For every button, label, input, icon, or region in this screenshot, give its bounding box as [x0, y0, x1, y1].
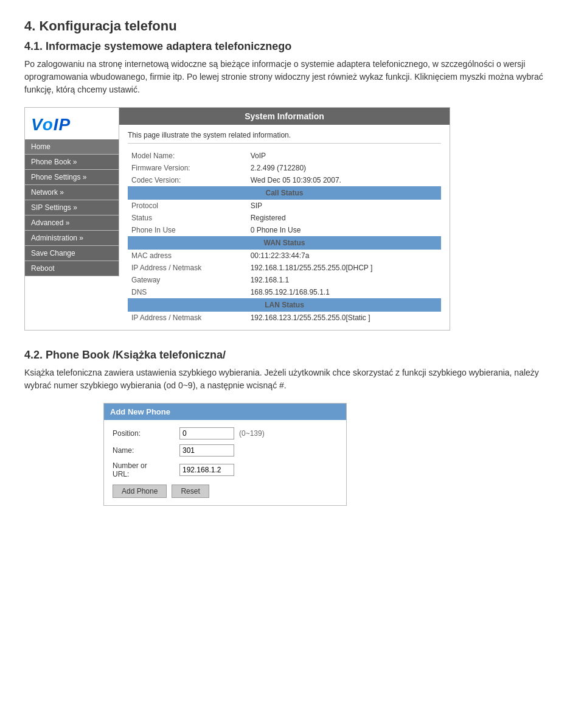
- field-value: 192.168.1.181/255.255.255.0[DHCP ]: [247, 262, 441, 274]
- form-row-number: Number or URL:: [113, 461, 338, 478]
- form-buttons: Add Phone Reset: [113, 485, 338, 498]
- system-info-panel: System Information This page illustrate …: [119, 108, 450, 330]
- panel-description: This page illustrate the system related …: [128, 131, 441, 144]
- add-phone-button[interactable]: Add Phone: [113, 485, 167, 498]
- field-label: Model Name:: [128, 150, 247, 162]
- field-label: Phone In Use: [128, 224, 247, 236]
- field-value: Registered: [247, 212, 441, 224]
- sidebar-item-home[interactable]: Home: [25, 139, 119, 155]
- number-input[interactable]: [179, 464, 234, 476]
- form-label-name: Name:: [113, 446, 179, 455]
- chapter-title: 4. Konfiguracja telefonu: [24, 18, 560, 34]
- field-value: 192.168.123.1/255.255.255.0[Static ]: [247, 312, 441, 324]
- section2-title: 4.2. Phone Book /Książka telefoniczna/: [24, 349, 560, 362]
- form-label-position: Position:: [113, 429, 179, 438]
- field-label: MAC adress: [128, 250, 247, 262]
- table-row: MAC adress 00:11:22:33:44:7a: [128, 250, 441, 262]
- phone-form-title: Add New Phone: [104, 404, 346, 420]
- field-value: 168.95.192.1/168.95.1.1: [247, 286, 441, 298]
- system-info-table: Model Name: VoIP Firmware Version: 2.2.4…: [128, 150, 441, 324]
- table-row: Model Name: VoIP: [128, 150, 441, 162]
- phone-form-body: Position: (0~139) Name: Number or URL: A…: [104, 420, 346, 505]
- phone-form-box: Add New Phone Position: (0~139) Name: Nu…: [103, 403, 347, 506]
- field-value: 2.2.499 (712280): [247, 162, 441, 174]
- field-label: Status: [128, 212, 247, 224]
- name-input[interactable]: [179, 444, 234, 457]
- field-value: SIP: [247, 200, 441, 212]
- section1-title: 4.1. Informacje systemowe adaptera telef…: [24, 40, 560, 53]
- table-row: IP Address / Netmask 192.168.1.181/255.2…: [128, 262, 441, 274]
- section2-paragraph: Książka telefoniczna zawiera ustawienia …: [24, 366, 560, 392]
- form-row-position: Position: (0~139): [113, 427, 338, 439]
- field-value: VoIP: [247, 150, 441, 162]
- device-screenshot: VoIP Home Phone Book » Phone Settings » …: [24, 107, 450, 331]
- voip-logo: VoIP: [31, 115, 113, 135]
- table-row: Gateway 192.168.1.1: [128, 274, 441, 286]
- sidebar-item-advanced[interactable]: Advanced »: [25, 215, 119, 231]
- sidebar-item-reboot[interactable]: Reboot: [25, 261, 119, 276]
- field-label: Codec Version:: [128, 174, 247, 186]
- table-row: Codec Version: Wed Dec 05 10:39:05 2007.: [128, 174, 441, 186]
- panel-title: System Information: [119, 108, 450, 125]
- field-label: Protocol: [128, 200, 247, 212]
- voip-logo-area: VoIP: [25, 108, 119, 139]
- field-label: DNS: [128, 286, 247, 298]
- table-row: Firmware Version: 2.2.499 (712280): [128, 162, 441, 174]
- position-input[interactable]: [179, 427, 234, 439]
- section1-paragraph: Po zalogowaniu na stronę internetową wid…: [24, 58, 560, 96]
- field-label: Gateway: [128, 274, 247, 286]
- sidebar: VoIP Home Phone Book » Phone Settings » …: [25, 108, 119, 276]
- table-row: DNS 168.95.192.1/168.95.1.1: [128, 286, 441, 298]
- field-value: 00:11:22:33:44:7a: [247, 250, 441, 262]
- sidebar-item-administration[interactable]: Administration »: [25, 231, 119, 246]
- field-label: Firmware Version:: [128, 162, 247, 174]
- field-label: IP Address / Netmask: [128, 262, 247, 274]
- lan-status-header: LAN Status: [128, 298, 441, 312]
- sidebar-item-sipsettings[interactable]: SIP Settings »: [25, 200, 119, 215]
- field-value: 0 Phone In Use: [247, 224, 441, 236]
- field-value: Wed Dec 05 10:39:05 2007.: [247, 174, 441, 186]
- field-value: 192.168.1.1: [247, 274, 441, 286]
- field-label: IP Address / Netmask: [128, 312, 247, 324]
- position-hint: (0~139): [239, 429, 265, 438]
- sidebar-menu: Home Phone Book » Phone Settings » Netwo…: [25, 139, 119, 276]
- table-row: Phone In Use 0 Phone In Use: [128, 224, 441, 236]
- sidebar-item-network[interactable]: Network »: [25, 185, 119, 200]
- sidebar-item-phonebook[interactable]: Phone Book »: [25, 155, 119, 170]
- table-row: Status Registered: [128, 212, 441, 224]
- table-row: Protocol SIP: [128, 200, 441, 212]
- sidebar-item-phonesettings[interactable]: Phone Settings »: [25, 170, 119, 185]
- sidebar-item-savechange[interactable]: Save Change: [25, 246, 119, 261]
- table-row: IP Address / Netmask 192.168.123.1/255.2…: [128, 312, 441, 324]
- form-label-number: Number or URL:: [113, 461, 179, 478]
- form-row-name: Name:: [113, 444, 338, 457]
- wan-status-header: WAN Status: [128, 236, 441, 250]
- call-status-header: Call Status: [128, 186, 441, 200]
- reset-button[interactable]: Reset: [172, 485, 209, 498]
